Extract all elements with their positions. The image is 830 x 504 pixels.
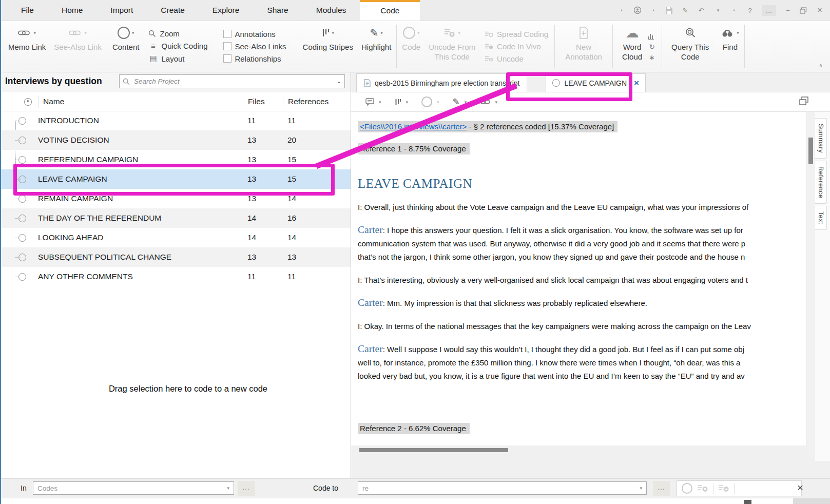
- menu-modules[interactable]: Modules: [302, 0, 360, 21]
- undo-icon[interactable]: ↶: [697, 7, 705, 14]
- menu-home[interactable]: Home: [48, 0, 96, 21]
- code-row-looking-ahead[interactable]: LOOKING AHEAD1414: [0, 228, 351, 247]
- column-header-name[interactable]: Name: [38, 95, 243, 108]
- close-button[interactable]: ×: [816, 5, 824, 15]
- uncode-icon[interactable]: [697, 484, 708, 493]
- tab-summary[interactable]: Summary: [815, 118, 827, 159]
- circle-icon: [118, 27, 130, 39]
- coding-stripes-button[interactable]: ▾ Coding Stripes: [299, 21, 357, 72]
- code-row-day-of-referendum[interactable]: THE DAY OF THE REFERENDUM1416: [0, 208, 351, 228]
- uncode-icon: [485, 55, 493, 62]
- caret-icon: ▾: [84, 30, 87, 35]
- ribbon-toolbar: ▾ Memo Link ▾ See-Also Link ▾ Content Zo…: [0, 21, 830, 72]
- menu-import[interactable]: Import: [96, 0, 147, 21]
- code-tool-button[interactable]: ▾: [421, 96, 439, 107]
- code-row-leave-campaign-selected[interactable]: LEAVE CAMPAIGN1315: [0, 169, 351, 189]
- tree-connector: [0, 169, 18, 189]
- checkbox-icon[interactable]: [223, 42, 231, 50]
- link-tool-button[interactable]: ▾: [480, 99, 497, 105]
- ribbon-divider: [612, 25, 613, 68]
- see-also-links-checkbox-item[interactable]: See-Also Links: [223, 42, 286, 51]
- detach-view-icon[interactable]: [799, 96, 808, 105]
- codes-table-header: Name Files References: [0, 92, 351, 111]
- spread-coding-button[interactable]: Spread Coding: [485, 30, 548, 38]
- column-header-references[interactable]: References: [283, 95, 351, 108]
- compare-icon[interactable]: ↻: [647, 43, 657, 50]
- coding-stripes-tool-button[interactable]: ▾: [395, 98, 409, 106]
- close-quick-code-bar-icon[interactable]: ×: [797, 481, 803, 494]
- file-link[interactable]: <Files\\2016 interviews\\carter>: [360, 122, 467, 131]
- in-combobox[interactable]: Codes ▾: [33, 481, 234, 495]
- code-header-icon[interactable]: [24, 98, 32, 106]
- scroll-nub[interactable]: [744, 500, 751, 504]
- caret-icon[interactable]: ▾: [640, 486, 642, 491]
- annotations-checkbox-item[interactable]: Annotations: [223, 30, 286, 38]
- auto-insights-icon[interactable]: ∗: [647, 54, 657, 61]
- account-icon[interactable]: [633, 6, 642, 14]
- uncode-button[interactable]: Uncode: [485, 54, 548, 63]
- content-button[interactable]: ▾ Content: [108, 21, 144, 72]
- menu-create[interactable]: Create: [147, 0, 199, 21]
- word-cloud-aa: Aa: [630, 32, 635, 37]
- help-icon[interactable]: ?: [746, 7, 754, 14]
- collapse-ribbon-icon[interactable]: ∧: [819, 62, 823, 69]
- spread-coding-icon[interactable]: [718, 484, 729, 493]
- tab-text[interactable]: Text: [815, 206, 827, 230]
- vertical-scrollbar-thumb[interactable]: [808, 138, 813, 164]
- tab-leave-campaign[interactable]: LEAVE CAMPAIGN ×: [546, 73, 646, 92]
- query-this-code-button[interactable]: Query ThisCode: [663, 21, 717, 72]
- quick-coding-button[interactable]: ≡ Quick Coding: [148, 42, 207, 50]
- layout-icon: ▤: [148, 54, 158, 63]
- code-circle-icon[interactable]: [682, 483, 692, 494]
- in-more-button[interactable]: …: [238, 481, 255, 496]
- speaker-label: Carter: [358, 224, 383, 235]
- highlight-button[interactable]: ✎▾ Highlight: [357, 21, 395, 72]
- coded-references-document[interactable]: <Files\\2016 interviews\\carter> - § 2 r…: [351, 112, 806, 445]
- memo-tool-button[interactable]: ▾: [365, 98, 381, 106]
- code-row-referendum-campaign[interactable]: REFERENDUM CAMPAIGN1315: [0, 150, 351, 169]
- checkbox-icon[interactable]: [223, 54, 231, 63]
- save-icon[interactable]: [665, 7, 673, 14]
- horizontal-scrollbar[interactable]: [351, 445, 806, 455]
- edit-icon[interactable]: ✎: [681, 7, 689, 14]
- tab-reference[interactable]: Reference: [815, 161, 827, 204]
- menu-file[interactable]: File: [7, 0, 48, 21]
- uncode-from-this-code-button[interactable]: ▾ Uncode FromThis Code: [424, 21, 479, 72]
- see-also-link-button[interactable]: ▾ See-Also Link: [50, 21, 106, 72]
- chart-icon[interactable]: [647, 33, 657, 40]
- word-cloud-button[interactable]: ☁ Aa WordCloud: [614, 21, 646, 72]
- quick-access-caret-icon[interactable]: ▾: [714, 8, 722, 13]
- code-in-vivo-button[interactable]: Code In Vivo: [485, 42, 548, 51]
- layout-button[interactable]: ▤ Layout: [148, 54, 207, 63]
- code-button[interactable]: ▾ Code: [398, 21, 424, 72]
- horizontal-scrollbar-thumb[interactable]: [359, 448, 508, 452]
- find-button[interactable]: ▾ Find: [717, 21, 743, 72]
- tab-close-icon[interactable]: ×: [634, 78, 639, 88]
- column-header-files[interactable]: Files: [243, 95, 283, 108]
- restore-button[interactable]: [800, 7, 808, 14]
- search-input[interactable]: [133, 77, 334, 86]
- highlight-tool-button[interactable]: ✎ ▾: [453, 96, 467, 107]
- code-row-voting-decision[interactable]: VOTING DECISION1320: [0, 130, 351, 150]
- code-to-input[interactable]: re ▾: [358, 481, 647, 495]
- zoom-button[interactable]: Zoom: [148, 29, 207, 38]
- menu-share[interactable]: Share: [253, 0, 302, 21]
- code-row-remain-campaign[interactable]: REMAIN CAMPAIGN1314: [0, 189, 351, 208]
- minimize-button[interactable]: −: [784, 7, 792, 14]
- checkbox-icon[interactable]: [223, 30, 231, 38]
- caret-icon[interactable]: ▾: [227, 486, 229, 491]
- menu-explore[interactable]: Explore: [199, 0, 254, 21]
- search-box[interactable]: ⌄: [119, 74, 345, 88]
- search-scope-caret-icon[interactable]: ⌄: [337, 78, 341, 85]
- code-row-introduction[interactable]: INTRODUCTION1111: [0, 111, 351, 130]
- menu-code-active[interactable]: Code: [360, 0, 420, 21]
- vertical-scrollbar[interactable]: [806, 112, 815, 455]
- code-to-more-button[interactable]: …: [653, 481, 670, 496]
- tab-transcript[interactable]: qesb-2015 Birmingham pre election transc…: [356, 73, 527, 92]
- feedback-icon[interactable]: …: [762, 5, 776, 16]
- code-row-any-other-comments[interactable]: ANY OTHER COMMENTS1111: [0, 267, 351, 286]
- new-annotation-button[interactable]: NewAnnotation: [556, 21, 611, 72]
- code-row-subsequent-political-change[interactable]: SUBSEQUENT POLITICAL CHANGE1313: [0, 247, 351, 267]
- relationships-checkbox-item[interactable]: Relationships: [223, 54, 286, 63]
- memo-link-button[interactable]: ▾ Memo Link: [0, 21, 50, 72]
